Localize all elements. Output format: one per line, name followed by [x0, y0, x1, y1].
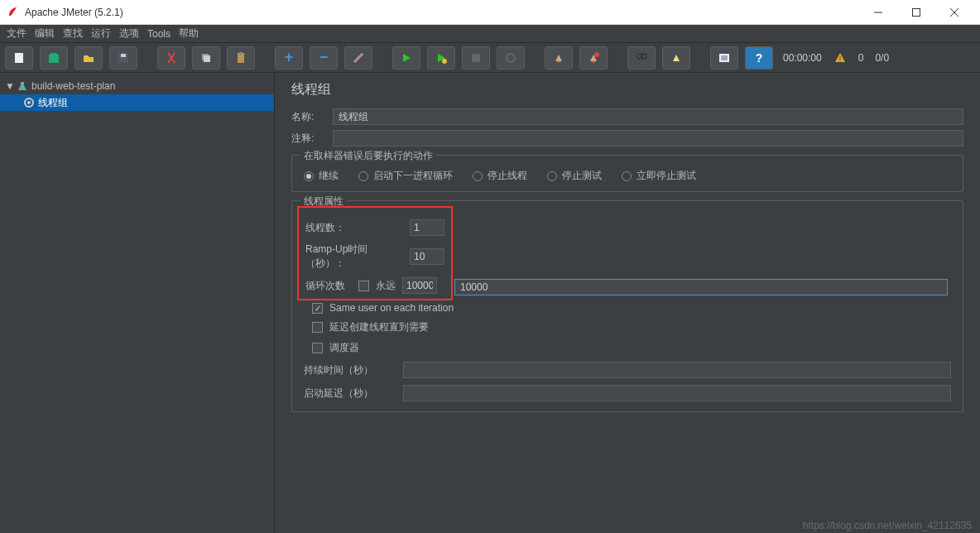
comment-label: 注释:: [291, 132, 324, 146]
save-button[interactable]: [109, 46, 137, 70]
duration-input[interactable]: [403, 362, 951, 378]
scheduler-checkbox[interactable]: [312, 343, 323, 353]
scheduler-label: 调度器: [329, 341, 359, 355]
thread-props-group: 线程属性 线程数： Ramp-Up时间（秒）： 循环次数 永远: [291, 200, 963, 412]
templates-button[interactable]: [40, 46, 68, 70]
tree-child-label: 线程组: [38, 96, 68, 110]
new-button[interactable]: [5, 46, 33, 70]
expand-button[interactable]: +: [275, 46, 303, 70]
error-count: 0: [858, 52, 864, 64]
page-title: 线程组: [291, 81, 963, 98]
warning-icon[interactable]: !: [833, 51, 847, 65]
name-input[interactable]: [333, 108, 963, 125]
function-helper-button[interactable]: [710, 46, 738, 70]
highlight-box: 线程数： Ramp-Up时间（秒）： 循环次数 永远: [297, 206, 453, 300]
help-button[interactable]: ?: [745, 46, 773, 70]
titlebar: Apache JMeter (5.2.1): [0, 0, 980, 25]
duration-label: 持续时间（秒）: [304, 363, 395, 377]
menubar: 文件 编辑 查找 运行 选项 Tools 帮助: [0, 25, 980, 43]
rampup-label: Ramp-Up时间（秒）：: [305, 242, 403, 271]
svg-rect-8: [121, 54, 126, 57]
svg-point-18: [594, 52, 599, 57]
radio-stop-now[interactable]: 立即停止测试: [622, 169, 696, 183]
name-label: 名称:: [291, 110, 324, 124]
svg-rect-17: [592, 61, 595, 63]
svg-rect-4: [15, 53, 23, 63]
flask-icon: [17, 80, 28, 92]
rampup-input[interactable]: [410, 248, 444, 265]
tree-root-label: build-web-test-plan: [31, 80, 115, 92]
radio-continue[interactable]: 继续: [304, 169, 339, 183]
reset-search-button[interactable]: [662, 46, 690, 70]
svg-rect-10: [204, 55, 210, 62]
radio-stop-thread[interactable]: 停止线程: [473, 169, 527, 183]
thread-count: 0/0: [875, 52, 889, 64]
timer-display: 00:00:00: [783, 52, 822, 64]
svg-rect-6: [50, 53, 57, 56]
gear-icon: [23, 97, 35, 108]
cut-button[interactable]: [157, 46, 185, 70]
svg-point-27: [27, 101, 31, 104]
same-user-label: Same user on each iteration: [329, 302, 454, 314]
svg-text:!: !: [838, 55, 841, 63]
error-legend: 在取样器错误后要执行的动作: [300, 149, 436, 163]
clear-all-button[interactable]: [579, 46, 608, 70]
loop-input[interactable]: [402, 277, 437, 294]
menu-options[interactable]: 选项: [119, 26, 139, 41]
copy-button[interactable]: [192, 46, 220, 70]
delay-create-label: 延迟创建线程直到需要: [329, 320, 429, 334]
stop-button[interactable]: [462, 46, 490, 70]
radio-start-next[interactable]: 启动下一进程循环: [358, 169, 453, 183]
menu-tools[interactable]: Tools: [147, 28, 171, 40]
tree-thread-group[interactable]: 线程组: [0, 94, 274, 111]
expand-arrow-icon[interactable]: ▼: [5, 80, 13, 92]
app-icon: [7, 6, 20, 19]
collapse-button[interactable]: −: [310, 46, 338, 70]
delay-create-checkbox[interactable]: [312, 322, 323, 333]
menu-search[interactable]: 查找: [63, 26, 83, 41]
menu-run[interactable]: 运行: [91, 26, 111, 41]
svg-rect-14: [472, 54, 480, 62]
workspace: ▼ build-web-test-plan 线程组 线程组 名称: 注释: 在取…: [0, 73, 980, 533]
menu-help[interactable]: 帮助: [179, 26, 199, 41]
svg-rect-16: [557, 61, 560, 63]
shutdown-button[interactable]: [497, 46, 525, 70]
error-action-group: 在取样器错误后要执行的动作 继续 启动下一进程循环 停止线程 停止测试 立即停止…: [291, 155, 963, 192]
loop-input-wide[interactable]: [454, 279, 948, 295]
tree-root[interactable]: ▼ build-web-test-plan: [0, 78, 274, 94]
radio-stop-test[interactable]: 停止测试: [547, 169, 602, 183]
maximize-button[interactable]: [897, 0, 935, 25]
svg-point-13: [442, 59, 447, 64]
startup-delay-input[interactable]: [403, 385, 951, 401]
minimize-button[interactable]: [859, 0, 897, 25]
close-button[interactable]: [935, 0, 973, 25]
content-panel: 线程组 名称: 注释: 在取样器错误后要执行的动作 继续 启动下一进程循环 停止…: [275, 73, 980, 533]
menu-edit[interactable]: 编辑: [35, 26, 55, 41]
forever-checkbox[interactable]: [358, 281, 369, 291]
window-title: Apache JMeter (5.2.1): [25, 7, 123, 18]
search-button[interactable]: [627, 46, 656, 70]
svg-rect-1: [913, 8, 920, 16]
same-user-checkbox[interactable]: [312, 303, 323, 314]
loop-label: 循环次数: [305, 279, 352, 293]
comment-input[interactable]: [333, 130, 963, 146]
start-no-pause-button[interactable]: [427, 46, 455, 70]
toggle-button[interactable]: [344, 46, 372, 70]
toolbar: + − ? 00:00:00 ! 0 0/0: [0, 43, 980, 73]
start-button[interactable]: [392, 46, 420, 70]
startup-delay-label: 启动延迟（秒）: [304, 387, 395, 401]
svg-point-15: [507, 54, 515, 62]
forever-label: 永远: [376, 279, 396, 293]
test-plan-tree[interactable]: ▼ build-web-test-plan 线程组: [0, 73, 275, 533]
menu-file[interactable]: 文件: [7, 26, 26, 41]
clear-button[interactable]: [545, 46, 573, 70]
threads-input[interactable]: [410, 219, 444, 236]
threads-label: 线程数：: [305, 221, 403, 235]
paste-button[interactable]: [227, 46, 255, 70]
svg-rect-12: [239, 52, 243, 55]
open-button[interactable]: [74, 46, 103, 70]
watermark: https://blog.csdn.net/weixin_42112635: [803, 520, 972, 531]
